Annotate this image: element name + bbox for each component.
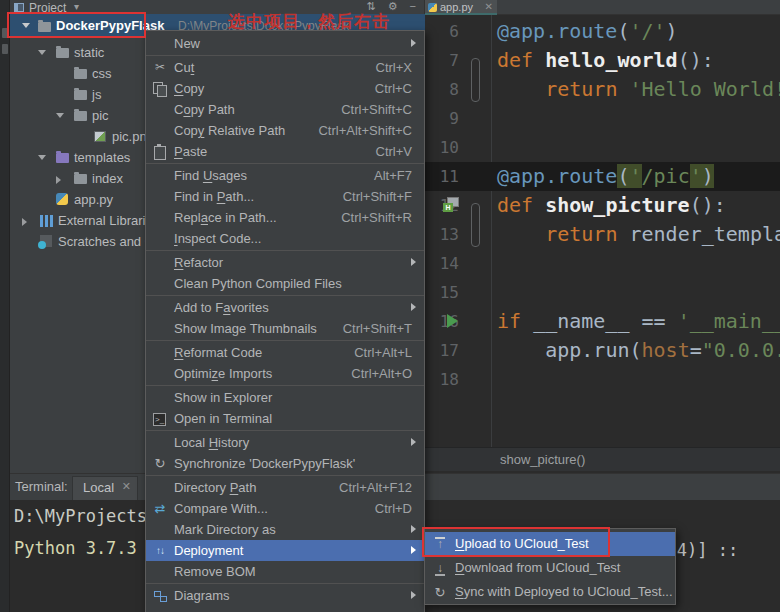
menu-shortcut: Ctrl+Alt+F12 — [339, 477, 412, 498]
menu-item-copy-relative-path[interactable]: Copy Relative PathCtrl+Alt+Shift+C — [146, 120, 424, 141]
menu-item-diagrams[interactable]: Diagrams — [146, 585, 424, 606]
menu-item-label: Find Usages — [174, 165, 247, 186]
submenu-arrow-icon — [411, 303, 416, 311]
code-line-11[interactable]: 11@app.route('/pic') — [425, 162, 780, 191]
chevron-right-icon[interactable] — [56, 176, 61, 184]
chevron-down-icon[interactable]: ▾ — [74, 1, 79, 12]
code-line-9[interactable]: 9 — [425, 104, 780, 133]
menu-item-paste[interactable]: PasteCtrl+V — [146, 141, 424, 162]
menu-shortcut: Ctrl+Alt+L — [354, 342, 412, 363]
menu-item-mark-directory-as[interactable]: Mark Directory as — [146, 519, 424, 540]
menu-item-synchronize-dockerpypyflask[interactable]: Synchronize 'DockerPypyFlask' — [146, 453, 424, 474]
code-line-16[interactable]: 16if __name__ == '__main__': — [425, 307, 780, 336]
scratch-icon — [40, 235, 52, 247]
code-line-18[interactable]: 18 — [425, 365, 780, 394]
tool-window-stripe-icon[interactable] — [2, 44, 8, 54]
chevron-down-icon[interactable] — [22, 23, 30, 28]
menu-item-compare-with[interactable]: Compare With...Ctrl+D — [146, 498, 424, 519]
menu-item-new[interactable]: New — [146, 33, 424, 54]
line-number: 6 — [425, 17, 459, 46]
menu-shortcut: Ctrl+Alt+Shift+C — [318, 120, 412, 141]
terminal-tab-local[interactable]: Local ✕ — [72, 476, 138, 500]
menu-item-more[interactable] — [146, 606, 424, 612]
breadcrumb-item[interactable]: show_picture() — [500, 452, 585, 467]
folder-purple-icon — [56, 153, 69, 163]
menu-shortcut: Ctrl+Shift+C — [341, 99, 412, 120]
folder-icon — [74, 174, 87, 184]
diagram-icon — [152, 588, 168, 603]
menu-separator — [146, 385, 424, 386]
chevron-down-icon[interactable] — [38, 155, 46, 160]
menu-item-label: Show in Explorer — [174, 387, 272, 408]
menu-icon-slot — [152, 168, 168, 183]
menu-item-refactor[interactable]: Refactor — [146, 252, 424, 273]
menu-item-download-from-ucloud-test[interactable]: Download from UCloud_Test — [425, 556, 675, 580]
line-number: 8 — [425, 75, 459, 104]
menu-icon-slot — [152, 255, 168, 270]
menu-item-deployment[interactable]: Deployment — [146, 540, 424, 561]
menu-icon-slot — [152, 276, 168, 291]
code-line-10[interactable]: 10 — [425, 133, 780, 162]
tree-item-label: pic — [92, 108, 109, 123]
collapse-all-icon[interactable]: ⇅ — [366, 0, 375, 12]
image-preview-gutter-icon[interactable] — [443, 197, 459, 212]
menu-item-find-usages[interactable]: Find UsagesAlt+F7 — [146, 165, 424, 186]
code-line-17[interactable]: 17 app.run(host="0.0.0.0", — [425, 336, 780, 365]
menu-item-local-history[interactable]: Local History — [146, 432, 424, 453]
folder-icon — [56, 48, 69, 58]
download-icon — [432, 561, 448, 576]
menu-item-add-to-favorites[interactable]: Add to Favorites — [146, 297, 424, 318]
tree-item-label: External Libraries — [58, 213, 159, 228]
menu-icon-slot — [152, 36, 168, 51]
menu-item-sync-with-deployed-to-ucloud-test[interactable]: Sync with Deployed to UCloud_Test... — [425, 580, 675, 604]
menu-icon-slot — [152, 390, 168, 405]
menu-item-show-in-explorer[interactable]: Show in Explorer — [146, 387, 424, 408]
menu-icon-slot — [152, 102, 168, 117]
menu-item-reformat-code[interactable]: Reformat CodeCtrl+Alt+L — [146, 342, 424, 363]
editor[interactable]: app.py ✕ 6@app.route('/')7def hello_worl… — [425, 0, 780, 473]
close-icon[interactable]: ✕ — [122, 480, 131, 493]
menu-item-label: Clean Python Compiled Files — [174, 273, 342, 294]
chevron-down-icon[interactable] — [38, 50, 46, 55]
line-number: 14 — [425, 249, 459, 278]
run-icon[interactable] — [447, 314, 458, 328]
menu-item-copy[interactable]: CopyCtrl+C — [146, 78, 424, 99]
menu-item-optimize-imports[interactable]: Optimize ImportsCtrl+Alt+O — [146, 363, 424, 384]
line-number: 7 — [425, 46, 459, 75]
menu-item-label: Upload to UCloud_Test — [455, 532, 589, 556]
chevron-down-icon[interactable] — [56, 113, 64, 118]
menu-item-inspect-code[interactable]: Inspect Code... — [146, 228, 424, 249]
menu-icon-slot — [152, 189, 168, 204]
menu-item-open-in-terminal[interactable]: Open in Terminal — [146, 408, 424, 429]
cut-icon — [152, 60, 168, 75]
menu-item-replace-in-path[interactable]: Replace in Path...Ctrl+Shift+R — [146, 207, 424, 228]
menu-icon-slot — [152, 321, 168, 336]
copy-icon — [152, 81, 168, 96]
menu-item-copy-path[interactable]: Copy PathCtrl+Shift+C — [146, 99, 424, 120]
menu-item-cut[interactable]: CutCtrl+X — [146, 57, 424, 78]
menu-item-show-image-thumbnails[interactable]: Show Image ThumbnailsCtrl+Shift+T — [146, 318, 424, 339]
menu-separator — [146, 583, 424, 584]
code-fold-handle[interactable] — [471, 58, 480, 102]
line-number: 9 — [425, 104, 459, 133]
menu-item-label: New — [174, 33, 200, 54]
code-fold-handle[interactable] — [471, 203, 480, 247]
folder-icon — [38, 22, 51, 32]
folder-icon — [74, 111, 87, 121]
menu-item-remove-bom[interactable]: Remove BOM — [146, 561, 424, 582]
code-line-14[interactable]: 14 — [425, 249, 780, 278]
panel-title[interactable]: Project — [29, 1, 66, 15]
menu-item-directory-path[interactable]: Directory PathCtrl+Alt+F12 — [146, 477, 424, 498]
menu-separator — [146, 295, 424, 296]
settings-gear-icon[interactable]: ⚙ — [388, 0, 398, 12]
menu-item-find-in-path[interactable]: Find in Path...Ctrl+Shift+F — [146, 186, 424, 207]
code-line-6[interactable]: 6@app.route('/') — [425, 17, 780, 46]
terminal-label: Terminal: — [15, 479, 68, 494]
menu-icon-slot — [152, 345, 168, 360]
menu-item-upload-to-ucloud-test[interactable]: Upload to UCloud_Test — [425, 532, 675, 556]
menu-item-clean-python-compiled-files[interactable]: Clean Python Compiled Files — [146, 273, 424, 294]
chevron-right-icon[interactable] — [22, 218, 27, 226]
hide-panel-icon[interactable]: − — [410, 0, 416, 12]
tool-window-stripe-icon[interactable] — [2, 28, 8, 38]
code-line-15[interactable]: 15 — [425, 278, 780, 307]
